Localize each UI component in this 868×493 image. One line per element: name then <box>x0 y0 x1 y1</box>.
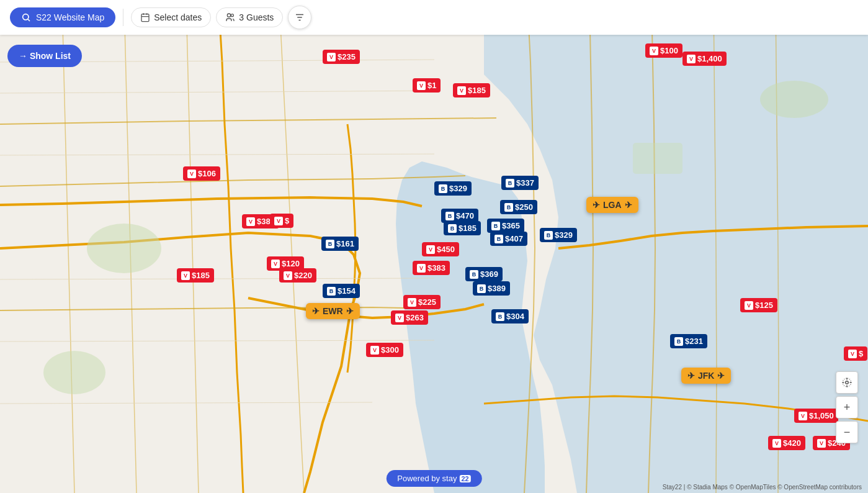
vrbo-icon: V <box>370 346 379 355</box>
price-label: $450 <box>437 245 455 254</box>
plane-icon-2: ✈ <box>346 306 354 316</box>
price-marker-m9[interactable]: V$185 <box>177 268 214 283</box>
svg-point-4 <box>760 81 828 118</box>
booking-icon: B <box>326 240 334 248</box>
vrbo-icon: V <box>745 301 753 310</box>
search-icon <box>21 12 31 22</box>
calendar-icon <box>140 12 150 22</box>
powered-by-text: Powered by stay <box>397 474 457 483</box>
price-marker-m8[interactable]: V$383 <box>413 261 450 275</box>
attribution: Stay22 | © Stadia Maps © OpenMapTiles © … <box>663 484 862 491</box>
booking-icon: B <box>448 224 457 233</box>
vrbo-icon: V <box>271 260 280 268</box>
price-label: $185 <box>459 224 477 233</box>
vrbo-icon: V <box>426 245 435 254</box>
price-marker-b13[interactable]: B$154 <box>323 284 360 298</box>
price-label: $154 <box>338 286 356 296</box>
price-marker-m7[interactable]: V$450 <box>422 242 459 256</box>
price-label: $389 <box>488 284 506 293</box>
filter-icon <box>294 12 305 23</box>
price-marker-m17[interactable]: V$100 <box>645 43 682 58</box>
price-marker-m16[interactable]: V$1,400 <box>682 52 727 66</box>
price-marker-m12[interactable]: V$225 <box>403 295 441 309</box>
guests-button[interactable]: 3 Guests <box>216 7 283 27</box>
booking-icon: B <box>674 337 683 346</box>
price-marker-m4[interactable]: V$106 <box>183 166 220 181</box>
price-label: $383 <box>427 263 445 273</box>
price-marker-m13[interactable]: V$263 <box>391 310 428 325</box>
svg-point-7 <box>228 14 231 17</box>
price-label: $369 <box>480 269 498 279</box>
price-marker-b12[interactable]: B$304 <box>491 309 529 323</box>
zoom-in-label: + <box>844 401 851 414</box>
airport-marker-jfk[interactable]: ✈JFK✈ <box>681 368 731 384</box>
price-label: $470 <box>456 211 474 220</box>
price-label: $1 <box>427 81 436 90</box>
vrbo-icon: V <box>817 439 826 448</box>
svg-point-5 <box>23 14 29 20</box>
show-list-button[interactable]: → Show List <box>7 45 82 67</box>
vrbo-icon: V <box>687 55 696 63</box>
search-button[interactable]: S22 Website Map <box>10 7 115 27</box>
price-marker-m19[interactable]: V$420 <box>768 436 805 450</box>
booking-icon: B <box>504 203 513 212</box>
price-marker-b7[interactable]: B$407 <box>490 232 527 246</box>
booking-icon: B <box>477 284 486 293</box>
vrbo-icon: V <box>181 271 190 280</box>
plane-icon-2: ✈ <box>625 200 632 210</box>
price-marker-m6[interactable]: V$ <box>270 214 293 228</box>
price-marker-b3[interactable]: B$250 <box>500 200 537 214</box>
price-label: $304 <box>506 312 524 321</box>
svg-point-9 <box>846 381 849 384</box>
plane-icon-2: ✈ <box>717 371 725 381</box>
vrbo-icon: V <box>284 271 292 280</box>
airport-marker-ewr[interactable]: ✈EWR✈ <box>306 303 360 319</box>
price-marker-m18[interactable]: V$1,050 <box>794 409 838 423</box>
booking-icon: B <box>327 287 336 296</box>
zoom-in-button[interactable]: + <box>836 396 858 418</box>
price-label: $420 <box>783 438 801 448</box>
price-marker-b9[interactable]: B$161 <box>321 237 359 251</box>
price-label: $329 <box>555 230 573 240</box>
filter-button[interactable] <box>288 6 311 29</box>
locate-button[interactable] <box>836 371 858 394</box>
price-marker-b14[interactable]: B$231 <box>670 334 707 348</box>
price-marker-m21[interactable]: V$ <box>844 346 867 361</box>
price-marker-b2[interactable]: B$337 <box>501 176 539 190</box>
price-marker-m1[interactable]: V$235 <box>323 50 360 64</box>
airport-code: JFK <box>698 371 714 381</box>
booking-icon: B <box>496 312 504 321</box>
price-marker-b10[interactable]: B$369 <box>465 267 503 281</box>
price-marker-b1[interactable]: B$329 <box>434 181 472 196</box>
price-label: $220 <box>294 271 312 280</box>
price-label: $329 <box>449 184 467 193</box>
zoom-out-button[interactable]: − <box>836 421 858 443</box>
booking-icon: B <box>445 212 454 220</box>
guests-icon <box>225 12 235 22</box>
price-marker-b8[interactable]: B$329 <box>540 228 577 242</box>
booking-icon: B <box>470 270 478 279</box>
price-marker-b5[interactable]: B$185 <box>444 221 481 235</box>
price-marker-m3[interactable]: V$185 <box>453 83 490 97</box>
price-marker-m15[interactable]: V$125 <box>740 298 777 312</box>
price-label: $365 <box>502 221 520 230</box>
nav-divider-1 <box>123 9 123 26</box>
price-label: $ <box>285 216 289 225</box>
airport-marker-lga[interactable]: ✈LGA✈ <box>586 197 638 213</box>
price-marker-m11[interactable]: V$120 <box>267 256 304 271</box>
vrbo-icon: V <box>848 350 857 358</box>
price-marker-b11[interactable]: B$389 <box>473 281 510 296</box>
vrbo-icon: V <box>650 47 658 55</box>
price-label: $106 <box>198 169 216 178</box>
dates-button[interactable]: Select dates <box>131 7 211 27</box>
vrbo-icon: V <box>772 439 781 448</box>
price-marker-m14[interactable]: V$300 <box>366 343 403 357</box>
price-label: $185 <box>192 271 210 280</box>
booking-icon: B <box>439 184 447 193</box>
price-label: $337 <box>516 178 534 188</box>
vrbo-icon: V <box>408 298 416 307</box>
locate-icon <box>841 377 852 388</box>
price-marker-b6[interactable]: B$365 <box>487 219 524 233</box>
attribution-text: Stay22 | © Stadia Maps © OpenMapTiles © … <box>663 484 862 491</box>
price-marker-m2[interactable]: V$1 <box>413 78 441 93</box>
